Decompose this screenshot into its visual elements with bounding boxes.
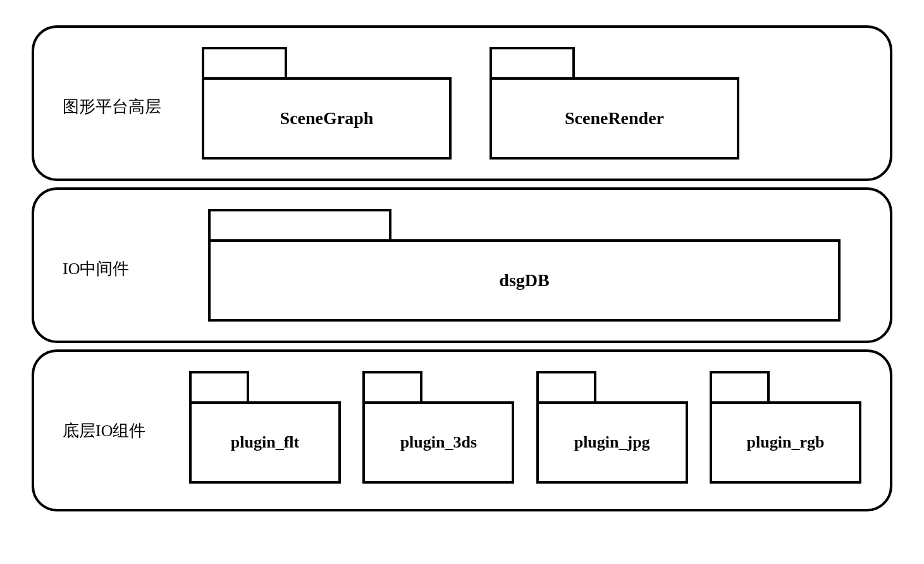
layer-label-top: 图形平台高层 <box>63 89 189 118</box>
package-body: plugin_3ds <box>362 401 514 484</box>
package-tab <box>362 371 422 401</box>
package-dsgdb: dsgDB <box>208 209 841 322</box>
package-tab <box>189 371 249 401</box>
packages-bottom: plugin_flt plugin_3ds plugin_jpg plugin_… <box>189 371 861 484</box>
layer-label-bottom: 底层IO组件 <box>63 413 189 442</box>
package-plugin-jpg: plugin_jpg <box>536 371 688 484</box>
packages-middle: dsgDB <box>189 209 861 322</box>
package-tab <box>208 209 391 239</box>
package-body: dsgDB <box>208 239 841 322</box>
package-plugin-flt: plugin_flt <box>189 371 341 484</box>
package-tab <box>536 371 596 401</box>
package-tab <box>710 371 770 401</box>
package-tab <box>202 47 287 77</box>
packages-top: SceneGraph SceneRender <box>189 47 861 160</box>
package-body: plugin_rgb <box>710 401 861 484</box>
package-scenerender: SceneRender <box>490 47 739 160</box>
package-plugin-3ds: plugin_3ds <box>362 371 514 484</box>
package-plugin-rgb: plugin_rgb <box>710 371 861 484</box>
layer-label-middle: IO中间件 <box>63 251 189 280</box>
layer-graphics-platform: 图形平台高层 SceneGraph SceneRender <box>32 25 892 181</box>
package-body: SceneRender <box>490 77 739 160</box>
package-body: plugin_jpg <box>536 401 688 484</box>
package-body: plugin_flt <box>189 401 341 484</box>
layer-io-components: 底层IO组件 plugin_flt plugin_3ds plugin_jpg … <box>32 349 892 511</box>
layer-io-middleware: IO中间件 dsgDB <box>32 187 892 343</box>
package-body: SceneGraph <box>202 77 452 160</box>
package-scenegraph: SceneGraph <box>202 47 452 160</box>
package-tab <box>490 47 575 77</box>
